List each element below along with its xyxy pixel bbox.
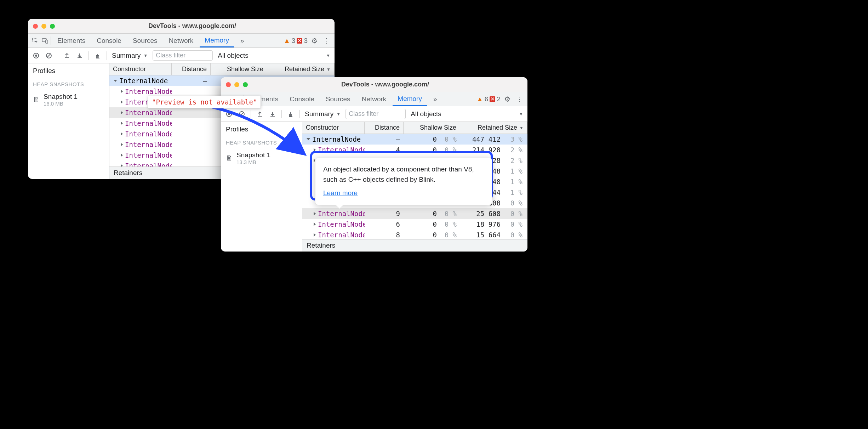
warning-count[interactable]: ▲3 [284,37,295,45]
expand-icon[interactable] [121,90,123,93]
caret-down-icon: ▼ [336,112,341,117]
snapshot-item[interactable]: 🗎 Snapshot 1 13.3 MB [221,148,302,168]
minimize-window-button[interactable] [234,82,239,87]
dist-cell: 4 [365,146,404,154]
caret-down-icon[interactable]: ▼ [519,112,523,117]
col-shallow[interactable]: Shallow Size [404,122,460,134]
col-retained[interactable]: Retained Size▼ [267,63,335,75]
expand-icon[interactable] [314,222,316,226]
inspect-icon[interactable] [31,36,39,45]
col-distance[interactable]: Distance [365,122,404,134]
clear-icon[interactable] [238,110,246,118]
tabs-overflow-icon[interactable]: » [428,92,442,106]
ret-cell: 214 928 [460,146,503,154]
dist-cell: 6 [365,220,404,228]
tooltip-text: An object allocated by a component other… [323,164,484,185]
retp-cell: 3 % [503,135,527,143]
scope-select[interactable]: All objects [411,110,441,118]
settings-gear-icon[interactable]: ⚙ [309,36,320,45]
expand-icon[interactable] [121,153,123,157]
tab-memory[interactable]: Memory [200,34,234,47]
close-window-button[interactable] [226,82,231,87]
close-window-button[interactable] [33,24,38,29]
settings-gear-icon[interactable]: ⚙ [502,95,513,103]
snapshot-name: Snapshot 1 [236,151,270,159]
table-row[interactable]: InternalNode @20490 ▭ 8 0 0 % 15 664 0 % [302,230,527,239]
error-count[interactable]: ✕3 [297,37,308,45]
expand-icon[interactable] [314,212,316,215]
node-name: InternalNode [119,77,168,85]
error-count[interactable]: ✕2 [490,95,501,103]
tab-memory[interactable]: Memory [393,92,427,106]
expand-icon[interactable] [121,111,123,114]
tab-console[interactable]: Console [92,34,126,47]
tab-elements[interactable]: Elements [52,34,90,47]
expand-icon[interactable] [121,122,123,125]
col-distance[interactable]: Distance [172,63,211,75]
sort-caret-icon: ▼ [519,125,524,130]
caret-down-icon[interactable]: ▼ [326,53,330,58]
table-row[interactable]: InternalNode @20656 ▭ 9 0 0 % 25 608 0 % [302,208,527,219]
expand-icon[interactable] [114,80,117,82]
table-row[interactable]: InternalNode @844 ▭ 6 0 0 % 18 976 0 % [302,219,527,230]
save-icon[interactable] [269,110,276,118]
titlebar[interactable]: DevTools - www.google.com/ [28,19,335,34]
save-icon[interactable] [76,52,84,60]
retainers-panel[interactable]: Retainers [302,239,527,252]
col-retained[interactable]: Retained Size▼ [460,122,527,134]
err-num: 2 [497,95,501,103]
maximize-window-button[interactable] [243,82,248,87]
load-icon[interactable] [256,110,264,118]
expand-icon[interactable] [121,164,123,166]
tab-network[interactable]: Network [357,92,392,106]
view-select[interactable]: Summary▼ [112,52,148,60]
shalp-cell: 0 % [439,135,460,143]
device-toggle-icon[interactable] [41,36,49,45]
expand-icon[interactable] [121,143,123,146]
dist-cell: 8 [365,231,404,239]
separator [51,36,51,45]
minimize-window-button[interactable] [41,24,46,29]
snapshot-item[interactable]: 🗎 Snapshot 1 16.0 MB [28,90,109,109]
learn-more-link[interactable]: Learn more [323,189,358,197]
titlebar[interactable]: DevTools - www.google.com/ [221,77,527,92]
col-constructor[interactable]: Constructor [109,63,172,75]
dist-cell: 9 [365,210,404,218]
tab-sources[interactable]: Sources [321,92,355,106]
node-name: InternalNode [318,210,365,218]
col-constructor[interactable]: Constructor [302,122,365,134]
shal-cell: 0 [404,220,439,228]
tab-sources[interactable]: Sources [128,34,162,47]
clear-icon[interactable] [45,52,53,60]
tab-network[interactable]: Network [164,34,199,47]
garbage-collect-icon[interactable] [94,52,102,60]
class-filter-input[interactable]: Class filter [153,50,213,61]
col-shallow[interactable]: Shallow Size [211,63,267,75]
shal-cell: 0 [404,231,439,239]
scope-label: All objects [218,52,249,60]
tab-console[interactable]: Console [285,92,319,106]
load-icon[interactable] [63,52,71,60]
snapshot-name: Snapshot 1 [44,93,78,101]
garbage-collect-icon[interactable] [287,110,295,118]
class-filter-input[interactable]: Class filter [346,109,406,119]
expand-icon[interactable] [121,132,123,136]
view-select[interactable]: Summary▼ [305,110,341,118]
snapshot-size: 13.3 MB [236,159,270,165]
traffic-lights [226,82,248,87]
scope-select[interactable]: All objects [218,52,249,60]
parent-row[interactable]: InternalNode ×5010 – 0 0 % 447 412 3 % [302,134,527,145]
table-row[interactable]: InternalNode @9166 ▭ 4 0 0 % 214 928 2 % [302,145,527,155]
tabs-overflow-icon[interactable]: » [235,34,249,47]
more-menu-icon[interactable]: ⋮ [514,95,525,103]
separator [107,51,107,60]
expand-icon[interactable] [314,233,316,237]
more-menu-icon[interactable]: ⋮ [321,37,332,45]
record-icon[interactable] [225,110,233,118]
record-icon[interactable] [32,52,40,60]
expand-icon[interactable] [121,100,123,104]
maximize-window-button[interactable] [50,24,55,29]
expand-icon[interactable] [307,138,310,140]
expand-icon[interactable] [314,148,316,152]
warning-count[interactable]: ▲6 [476,95,488,103]
